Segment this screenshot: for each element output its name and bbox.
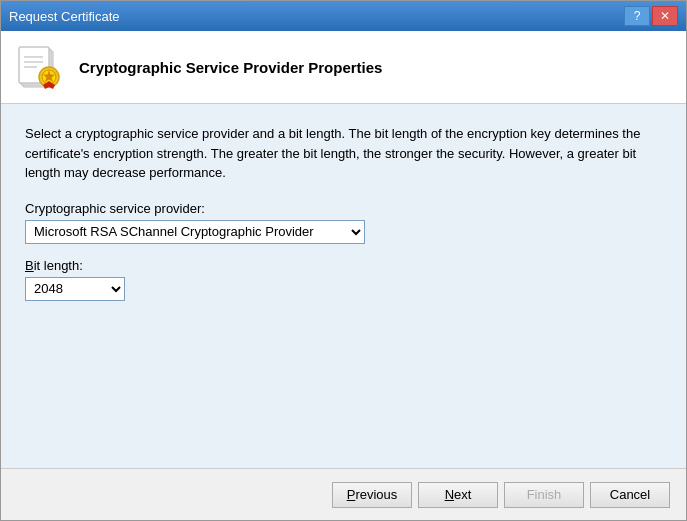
title-bar: Request Certificate ? ✕ — [1, 1, 686, 31]
csp-dropdown[interactable]: Microsoft RSA SChannel Cryptographic Pro… — [25, 220, 365, 244]
csp-label: Cryptographic service provider: — [25, 201, 662, 216]
bit-length-wrapper: Bit length: 512 1024 2048 4096 8192 1638… — [25, 258, 662, 301]
bit-length-label: Bit length: — [25, 258, 662, 273]
footer-area: Previous Next Finish Cancel — [1, 468, 686, 520]
next-button[interactable]: Next — [418, 482, 498, 508]
title-bar-buttons: ? ✕ — [624, 6, 678, 26]
window-title: Request Certificate — [9, 9, 120, 24]
bit-length-dropdown[interactable]: 512 1024 2048 4096 8192 16384 — [25, 277, 125, 301]
help-button[interactable]: ? — [624, 6, 650, 26]
content-area: Select a cryptographic service provider … — [1, 104, 686, 468]
header-area: Cryptographic Service Provider Propertie… — [1, 31, 686, 104]
cancel-button[interactable]: Cancel — [590, 482, 670, 508]
close-button[interactable]: ✕ — [652, 6, 678, 26]
csp-dropdown-wrapper: Cryptographic service provider: Microsof… — [25, 201, 662, 244]
certificate-icon — [17, 43, 65, 91]
request-certificate-window: Request Certificate ? ✕ — [0, 0, 687, 521]
page-title: Cryptographic Service Provider Propertie… — [79, 59, 382, 76]
previous-button[interactable]: Previous — [332, 482, 412, 508]
finish-button[interactable]: Finish — [504, 482, 584, 508]
description-text: Select a cryptographic service provider … — [25, 124, 662, 183]
